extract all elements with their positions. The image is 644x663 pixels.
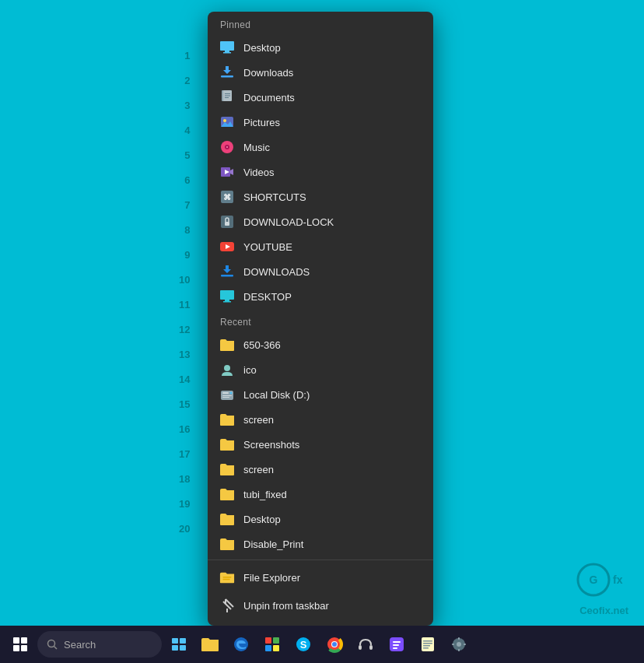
line-num-2: 2 [179, 68, 194, 93]
svg-rect-54 [265, 645, 271, 651]
svg-rect-1 [225, 51, 229, 52]
gear-icon [450, 636, 467, 653]
download-lock-icon [219, 213, 236, 230]
pinned-item-pictures[interactable]: Pictures [208, 110, 433, 135]
svg-rect-52 [265, 637, 271, 644]
recent-section-label: Recent [208, 309, 433, 332]
disable-print-label: Disable_Print [243, 538, 303, 550]
line-num-20: 20 [179, 516, 194, 541]
line-num-3: 3 [179, 93, 194, 118]
desktop-icon [219, 39, 236, 56]
svg-point-62 [332, 642, 337, 647]
downloads2-icon [219, 263, 236, 280]
downloads-label: Downloads [243, 67, 293, 79]
pinned-item-music[interactable]: Music [208, 135, 433, 160]
folder-ico-icon [219, 361, 236, 378]
svg-rect-78 [452, 644, 454, 645]
line-num-12: 12 [179, 317, 194, 342]
svg-text:S: S [300, 639, 307, 651]
svg-rect-32 [222, 392, 229, 394]
file-explorer-item[interactable]: File Explorer [208, 563, 433, 591]
line-num-13: 13 [179, 342, 194, 367]
taskbar-file-explorer-icon[interactable] [196, 630, 224, 658]
file-explorer-label: File Explorer [243, 572, 300, 584]
taskbar-headphones-icon[interactable] [352, 630, 380, 658]
recent-item-screenshots[interactable]: Screenshots [208, 432, 433, 457]
svg-rect-79 [464, 644, 466, 645]
svg-text:G: G [590, 574, 598, 586]
folder-desktop-icon [219, 510, 236, 528]
taskbar-settings-icon[interactable] [445, 630, 473, 658]
taskbar-notepad-icon[interactable] [414, 630, 442, 658]
taskbar-edge-icon[interactable] [227, 630, 255, 658]
svg-rect-48 [180, 638, 186, 644]
svg-rect-3 [221, 75, 233, 78]
local-disk-label: Local Disk (D:) [243, 389, 310, 401]
start-button[interactable] [6, 630, 34, 658]
pinned-item-download-lock[interactable]: DOWNLOAD-LOCK [208, 209, 433, 234]
recent-item-disable-print[interactable]: Disable_Print [208, 531, 433, 556]
unpin-taskbar-item[interactable]: Unpin from taskbar [208, 591, 433, 619]
svg-rect-50 [180, 645, 186, 651]
svg-rect-63 [359, 645, 362, 650]
pinned-section-label: Pinned [208, 12, 433, 35]
ico-label: ico [243, 364, 257, 376]
taskbar-chrome-icon[interactable] [320, 630, 348, 658]
recent-item-local-disk[interactable]: Local Disk (D:) [208, 382, 433, 407]
svg-rect-49 [172, 645, 178, 651]
recent-item-tubi[interactable]: tubi_fixed [208, 482, 433, 507]
screen-label: screen [243, 414, 274, 426]
svg-rect-67 [393, 644, 399, 646]
pictures-label: Pictures [243, 117, 280, 128]
pinned-item-documents[interactable]: Documents [208, 85, 433, 110]
unpin-icon [219, 597, 236, 614]
pinned-item-desktop2[interactable]: DESKTOP [208, 284, 433, 309]
music-label: Music [243, 142, 270, 153]
documents-icon [219, 89, 236, 106]
svg-rect-9 [225, 97, 229, 98]
taskbar-purple-icon[interactable] [383, 630, 411, 658]
svg-point-51 [234, 637, 248, 651]
tubi-label: tubi_fixed [243, 489, 287, 500]
recent-item-desktop-folder[interactable]: Desktop [208, 507, 433, 531]
pinned-item-shortcuts[interactable]: ⌘ SHORTCUTS [208, 184, 433, 209]
search-icon [47, 639, 58, 650]
desktop2-icon [219, 288, 236, 305]
line-num-16: 16 [179, 416, 194, 441]
pinned-item-downloads[interactable]: Downloads [208, 60, 433, 85]
line-num-7: 7 [179, 192, 194, 217]
svg-rect-73 [423, 647, 429, 649]
svg-marker-26 [223, 265, 231, 273]
folder-tubi-icon [219, 486, 236, 503]
recent-item-screen[interactable]: screen [208, 407, 433, 432]
svg-rect-29 [223, 301, 231, 303]
line-num-4: 4 [179, 118, 194, 142]
svg-rect-22 [225, 222, 229, 226]
folder-disable-print-icon [219, 535, 236, 552]
pinned-item-desktop[interactable]: Desktop [208, 35, 433, 60]
svg-marker-4 [223, 66, 231, 74]
recent-item-screen2[interactable]: screen [208, 457, 433, 482]
taskbar-skype-icon[interactable]: S [289, 630, 317, 658]
pinned-item-youtube[interactable]: YOUTUBE [208, 234, 433, 259]
youtube-label: YOUTUBE [243, 241, 292, 253]
taskbar-browser-icon[interactable] [165, 630, 193, 658]
recent-item-ico[interactable]: ico [208, 357, 433, 382]
pinned-item-downloads2[interactable]: DOWNLOADS [208, 259, 433, 284]
svg-rect-37 [223, 579, 230, 580]
pinned-item-videos[interactable]: Videos [208, 160, 433, 184]
svg-rect-8 [225, 96, 230, 96]
line-num-6: 6 [179, 167, 194, 192]
svg-rect-69 [422, 637, 434, 651]
svg-rect-76 [458, 637, 460, 640]
windows-logo [13, 637, 27, 651]
svg-text:⌘: ⌘ [223, 193, 231, 202]
line-num-15: 15 [179, 391, 194, 416]
svg-rect-0 [220, 41, 234, 51]
headphones-icon [357, 636, 374, 653]
music-icon [219, 139, 236, 156]
taskbar-search-bar[interactable]: Search [37, 631, 162, 658]
recent-item-650-366[interactable]: 650-366 [208, 332, 433, 357]
line-num-18: 18 [179, 466, 194, 491]
taskbar-store-icon[interactable] [258, 630, 286, 658]
